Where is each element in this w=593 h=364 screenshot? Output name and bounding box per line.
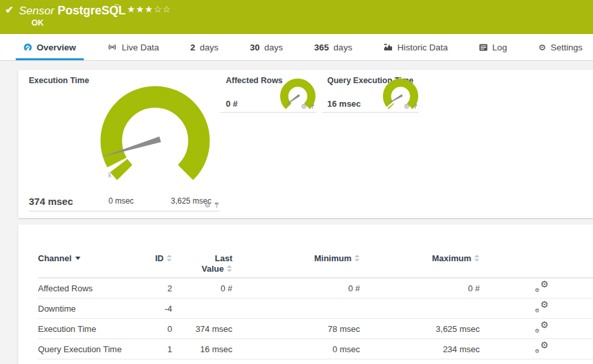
column-header-channel[interactable]: Channel (38, 253, 133, 263)
tab-live-data[interactable]: Live Data (99, 34, 167, 60)
channel-maximum: 234 msec (360, 344, 480, 354)
gear-icon[interactable]: ⚙ (204, 202, 211, 209)
priority-stars[interactable]: ★★★☆☆ (127, 4, 171, 14)
sort-icon (474, 255, 480, 262)
primary-gauge-title: Execution Time (29, 76, 89, 85)
tab-label: days (264, 43, 283, 52)
tab-historic-data[interactable]: Historic Data (376, 34, 456, 60)
channel-id: -4 (133, 304, 172, 314)
pin-icon[interactable] (310, 104, 315, 109)
tab-label: Historic Data (397, 43, 448, 52)
channel-maximum: 3,625 msec (360, 324, 480, 334)
mini-gauge-actions: ⚙ (404, 103, 418, 110)
mini-gauge-title: Affected Rows (226, 76, 283, 85)
primary-gauge-actions: ⚙ (204, 202, 219, 209)
column-header-maximum[interactable]: Maximum (360, 253, 480, 263)
sensor-kind-label: Sensor (19, 5, 54, 18)
table-row: Query Execution Time 1 16 msec 0 msec 23… (38, 339, 593, 359)
sort-icon (226, 265, 232, 272)
channel-last-value: 16 msec (172, 344, 232, 354)
tab-365-days[interactable]: 365 days (306, 34, 360, 60)
average-marker: x̄ (108, 172, 111, 179)
flag-icon[interactable]: ⚐ (114, 3, 120, 11)
tab-label: days (200, 43, 219, 52)
mini-gauge-value: 16 msec (327, 99, 361, 109)
channel-name: Downtime (38, 304, 133, 314)
tab-log[interactable]: Log (471, 34, 515, 60)
gear-icon[interactable]: ⚙ (301, 103, 307, 110)
channel-minimum: 78 msec (232, 324, 360, 334)
channel-settings-gears-icon[interactable]: ⚙⚙ (535, 282, 548, 293)
gauge-scale-min: 0 msec (101, 196, 141, 206)
mini-gauge-value: 0 # (226, 99, 238, 109)
column-header-id[interactable]: ID (133, 253, 172, 263)
table-row: Downtime -4 ⚙⚙ (38, 299, 593, 319)
column-header-minimum[interactable]: Minimum (232, 253, 360, 263)
channel-name: Execution Time (38, 324, 133, 334)
tab-label: Log (492, 43, 507, 52)
channel-last-value: 374 msec (172, 324, 232, 334)
tab-label: days (334, 43, 353, 52)
broadcast-icon (107, 43, 117, 51)
query-execution-time-gauge (381, 77, 420, 116)
sort-icon (166, 255, 172, 262)
channel-id: 0 (133, 324, 172, 334)
sort-desc-icon (75, 257, 81, 260)
sort-icon (354, 255, 360, 262)
mini-gauge-affected-rows: Affected Rows 0 # ⚙ (221, 70, 316, 113)
tab-overview[interactable]: Overview (16, 34, 84, 60)
channels-table: Channel ID Last Value Minimum Maximum Af… (38, 249, 593, 359)
pin-icon[interactable] (413, 104, 418, 109)
sensor-header: ✔ Sensor PostgreSQL ⚐ ★★★☆☆ OK (0, 0, 593, 34)
page-content: Execution Time x̄ 0 msec 3,625 msec 374 … (0, 61, 593, 364)
tab-bar: Overview Live Data 2 days 30 days 365 da… (0, 34, 593, 61)
status-badge: OK (31, 18, 44, 27)
channel-settings-gears-icon[interactable]: ⚙⚙ (535, 302, 548, 313)
tab-label: Live Data (122, 43, 159, 52)
table-row: Affected Rows 2 0 # 0 # 0 # ⚙⚙ (38, 278, 593, 299)
mini-gauge-actions: ⚙ (301, 103, 315, 110)
channel-settings-gears-icon[interactable]: ⚙⚙ (535, 322, 548, 333)
pin-icon[interactable] (214, 202, 219, 208)
tab-number: 2 (190, 43, 196, 52)
column-header-last-value[interactable]: Last Value (172, 253, 232, 274)
channel-id: 2 (133, 283, 172, 293)
channel-last-value: 0 # (172, 283, 232, 293)
tab-label: Overview (37, 43, 76, 52)
affected-rows-gauge (278, 77, 317, 116)
tab-number: 365 (314, 43, 329, 52)
channel-maximum: 0 # (360, 283, 480, 293)
gauges-panel: Execution Time x̄ 0 msec 3,625 msec 374 … (18, 70, 593, 218)
channel-minimum: 0 # (232, 283, 360, 293)
table-row: Execution Time 0 374 msec 78 msec 3,625 … (38, 319, 593, 339)
channel-settings-gears-icon[interactable]: ⚙⚙ (535, 342, 548, 354)
area-chart-icon (384, 43, 393, 51)
status-check-icon: ✔ (5, 4, 14, 16)
channel-name: Query Execution Time (38, 344, 133, 354)
table-header-row: Channel ID Last Value Minimum Maximum (38, 249, 593, 278)
channels-panel: Channel ID Last Value Minimum Maximum Af… (18, 225, 593, 364)
tab-30-days[interactable]: 30 days (242, 34, 291, 60)
channel-id: 1 (133, 344, 172, 354)
tab-2-days[interactable]: 2 days (183, 34, 226, 60)
execution-time-gauge (90, 75, 221, 206)
tab-label: Settings (550, 43, 583, 52)
gauge-icon (24, 43, 32, 52)
divider (29, 211, 220, 211)
channel-minimum: 0 msec (232, 344, 360, 354)
tab-number: 30 (250, 43, 260, 52)
log-document-icon (479, 44, 488, 51)
tab-settings[interactable]: ⚙ Settings (530, 34, 590, 60)
gear-icon[interactable]: ⚙ (404, 103, 410, 110)
channel-name: Affected Rows (38, 283, 133, 293)
gear-icon: ⚙ (538, 43, 546, 52)
mini-gauge-query-execution-time: Query Execution Time 16 msec ⚙ (322, 70, 419, 113)
primary-gauge-value: 374 msec (29, 196, 73, 207)
